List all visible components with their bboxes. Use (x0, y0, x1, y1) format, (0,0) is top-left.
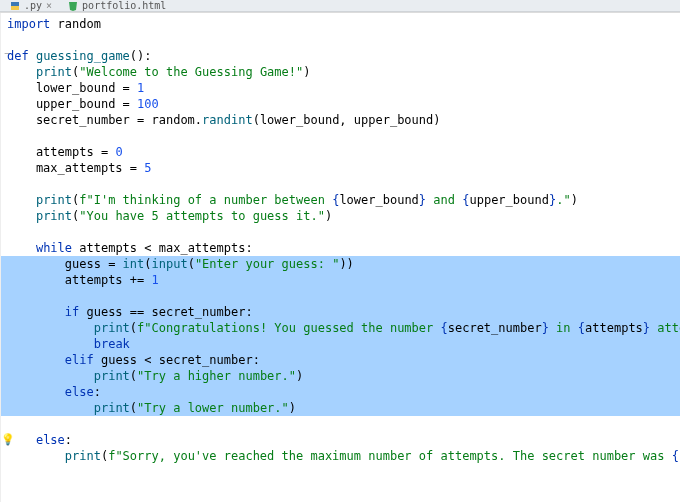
code-line: print(f"Sorry, you've reached the maximu… (1, 448, 680, 464)
tab-label: portfolio.html (82, 0, 166, 11)
code-line: print("Welcome to the Guessing Game!") (1, 64, 680, 80)
code-line: print(f"I'm thinking of a number between… (1, 192, 680, 208)
code-area[interactable]: import random def guessing_game(): print… (1, 13, 680, 502)
code-line: print(f"Congratulations! You guessed the… (1, 320, 680, 336)
python-file-icon (10, 1, 20, 11)
code-line: while attempts < max_attempts: (1, 240, 680, 256)
code-line (1, 416, 680, 432)
html-file-icon (68, 1, 78, 11)
code-line: import random (1, 16, 680, 32)
code-line: secret_number = random.randint(lower_bou… (1, 112, 680, 128)
code-line (1, 288, 680, 304)
code-line: def guessing_game(): (1, 48, 680, 64)
code-line: lower_bound = 1 (1, 80, 680, 96)
code-line (1, 176, 680, 192)
code-line: elif guess < secret_number: (1, 352, 680, 368)
code-line: max_attempts = 5 (1, 160, 680, 176)
editor: − − 💡 import random def guessing_game():… (0, 13, 680, 502)
code-line (1, 128, 680, 144)
close-icon[interactable]: × (46, 0, 52, 11)
code-line (1, 224, 680, 240)
tab-py[interactable]: .py × (2, 0, 60, 11)
tab-label: .py (24, 0, 42, 11)
svg-marker-2 (69, 2, 77, 11)
code-line: else: (1, 432, 680, 448)
code-line: attempts = 0 (1, 144, 680, 160)
code-line (1, 32, 680, 48)
code-line: print("You have 5 attempts to guess it."… (1, 208, 680, 224)
code-line: else: (1, 384, 680, 400)
svg-rect-1 (11, 6, 19, 10)
code-line: break (1, 336, 680, 352)
code-line: if guess == secret_number: (1, 304, 680, 320)
code-line: print("Try a lower number.") (1, 400, 680, 416)
code-line: print("Try a higher number.") (1, 368, 680, 384)
tab-portfolio[interactable]: portfolio.html (60, 0, 174, 11)
code-line: guess = int(input("Enter your guess: ")) (1, 256, 680, 272)
tab-bar: .py × portfolio.html (0, 0, 680, 12)
code-line: upper_bound = 100 (1, 96, 680, 112)
code-line: attempts += 1 (1, 272, 680, 288)
